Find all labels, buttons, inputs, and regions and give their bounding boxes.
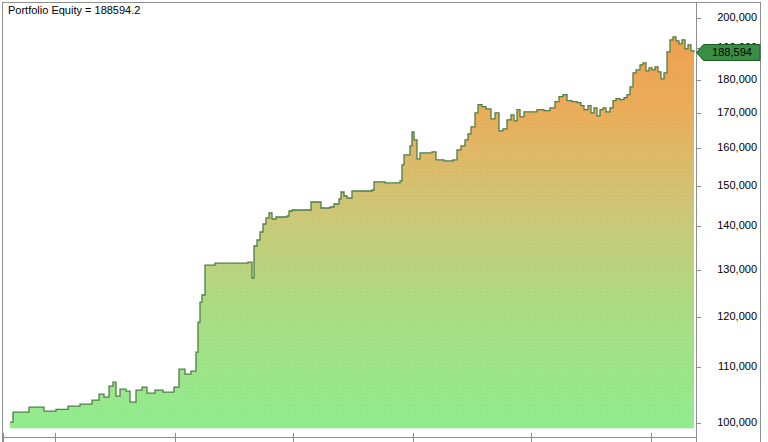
chart-title: Portfolio Equity = 188594.2	[8, 4, 140, 16]
right-border-line	[760, 2, 761, 442]
y-axis-tick	[697, 18, 701, 19]
y-axis-tick	[697, 113, 701, 114]
equity-curve	[10, 37, 694, 428]
x-axis-tick	[3, 433, 4, 442]
y-axis-tick	[697, 148, 701, 149]
y-axis-label: 130,000	[703, 263, 757, 276]
equity-chart-window: Portfolio Equity = 188594.2 200,000190,0…	[0, 0, 768, 442]
x-axis-tick	[413, 433, 414, 442]
x-axis-tick	[531, 433, 532, 442]
axis-separator-line	[696, 2, 697, 442]
y-axis-label: 160,000	[703, 141, 757, 154]
x-axis-tick	[175, 433, 176, 442]
y-axis-tick	[697, 270, 701, 271]
y-axis-label: 100,000	[703, 416, 757, 429]
last-value-label: 188,594	[707, 45, 757, 60]
y-axis-label: 150,000	[703, 179, 757, 192]
y-axis-label: 200,000	[703, 11, 757, 24]
y-axis-tick	[697, 317, 701, 318]
left-border-line	[2, 2, 3, 442]
bottom-axis-line	[2, 437, 697, 438]
y-axis-tick	[697, 80, 701, 81]
y-axis-label: 140,000	[703, 219, 757, 232]
y-axis-label: 180,000	[703, 73, 757, 86]
top-border-line	[2, 2, 761, 3]
y-axis-label: 170,000	[703, 106, 757, 119]
y-axis-label: 120,000	[703, 310, 757, 323]
y-axis-label: 110,000	[703, 360, 757, 373]
last-value-marker: 188,594	[696, 44, 761, 61]
y-axis-tick	[697, 423, 701, 424]
equity-area-chart	[0, 0, 768, 442]
y-axis-tick	[697, 367, 701, 368]
y-axis-tick	[697, 226, 701, 227]
y-axis-tick	[697, 186, 701, 187]
x-axis-tick	[293, 433, 294, 442]
x-axis-tick	[651, 433, 652, 442]
x-axis-tick	[55, 433, 56, 442]
